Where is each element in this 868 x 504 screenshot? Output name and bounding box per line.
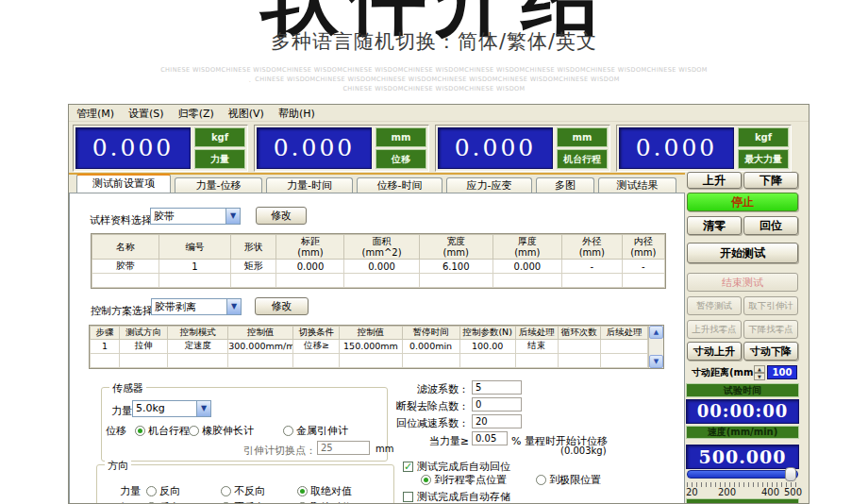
col-header: 控制参数(N) xyxy=(459,327,515,340)
radio-force-reverse[interactable]: 反向 xyxy=(146,484,180,498)
end-test-button[interactable]: 结束测试 xyxy=(687,273,798,292)
tab-multi-graph[interactable]: 多图 xyxy=(536,177,594,193)
col-header: 编号 xyxy=(159,235,230,260)
return-button[interactable]: 回位 xyxy=(743,216,798,235)
checkbox-auto-return[interactable]: 测试完成后自动回位 xyxy=(403,460,510,474)
tab-displacement-time[interactable]: 位移-时间 xyxy=(357,177,442,193)
radio-icon xyxy=(135,426,145,436)
chevron-down-icon: ▼ xyxy=(226,299,241,314)
break-remove-input[interactable]: 0 xyxy=(472,397,522,412)
radio-stroke-absolute[interactable]: 取绝对值 xyxy=(297,500,352,504)
menu-item-help[interactable]: 帮助(H) xyxy=(278,107,315,121)
radio-metal-extensometer[interactable]: 金属引伸计 xyxy=(283,424,348,438)
scheme-modify-button[interactable]: 修改 xyxy=(255,297,309,315)
return-decel-input[interactable]: 20 xyxy=(472,414,522,428)
checkbox-icon xyxy=(403,492,413,502)
max-force-label-badge: 最大力量 xyxy=(738,149,789,169)
menu-item-manage[interactable]: 管理(M) xyxy=(76,107,114,121)
display-max-force: 0.000 kgf 最大力量 xyxy=(616,125,792,172)
pause-test-button[interactable]: 暂停测试 xyxy=(687,296,742,315)
spinner-down-icon[interactable]: ▼ xyxy=(754,373,765,380)
tab-force-displacement[interactable]: 力量-位移 xyxy=(175,177,262,193)
stop-button[interactable]: 停止 xyxy=(687,193,798,211)
jog-down-button[interactable]: 寸动下降 xyxy=(743,342,798,361)
col-header: 名称 xyxy=(92,235,159,260)
menu-item-view[interactable]: 视图(V) xyxy=(228,107,264,121)
spinner-up-icon[interactable]: ▲ xyxy=(754,365,765,373)
col-header: 厚度 (mm) xyxy=(492,235,561,260)
scheme-select-value: 胶带剥离 xyxy=(152,299,226,314)
jog-up-button[interactable]: 寸动上升 xyxy=(687,342,742,361)
table-row[interactable]: 胶带 1 矩形 0.000 0.000 6.100 0.000 - - xyxy=(92,260,665,274)
menu-item-zero[interactable]: 归零(Z) xyxy=(178,107,214,121)
sample-select-combo[interactable]: 胶带 ▼ xyxy=(150,208,241,225)
radio-to-zero-position[interactable]: 到行程零点位置 xyxy=(421,473,507,487)
down-button[interactable]: 下降 xyxy=(743,172,798,189)
tab-strip: 测试前设置项 力量-位移 力量-时间 位移-时间 应力-应变 多图 测试结果 xyxy=(76,174,676,193)
col-header: 暂停时间 xyxy=(402,327,459,340)
tab-content: 试样资料选择 胶带 ▼ 修改 名称 编号 形状 标距 (mm) xyxy=(69,193,685,504)
up-find-zero-button[interactable]: 上升找零点 xyxy=(687,320,742,339)
scale-label: 200 xyxy=(718,487,736,497)
radio-stroke-no-reverse[interactable]: 不反向 xyxy=(221,500,265,504)
stroke-unit-badge: mm xyxy=(557,127,608,147)
chevron-down-icon: ▼ xyxy=(196,401,210,416)
radio-machine-stroke[interactable]: 机台行程 xyxy=(135,424,190,438)
table-row-empty xyxy=(91,353,648,367)
radio-icon xyxy=(189,426,199,436)
speed-header: 速度(mm/min) xyxy=(686,426,799,439)
col-header: 后续处理 xyxy=(600,327,647,340)
max-force-value: 0.000 xyxy=(619,127,734,169)
radio-to-limit-position[interactable]: 到极限位置 xyxy=(536,473,601,487)
radio-icon xyxy=(283,426,293,436)
sensor-force-combo[interactable]: 5.0kg ▼ xyxy=(132,400,211,417)
radio-icon xyxy=(221,486,231,496)
col-header: 形状 xyxy=(231,235,276,260)
sample-table-header-row: 名称 编号 形状 标距 (mm) 面积 (mm^2) 宽度 (mm) 厚度 (m… xyxy=(92,235,665,260)
tab-force-time[interactable]: 力量-时间 xyxy=(266,177,353,193)
slider-ruler xyxy=(687,482,798,487)
down-find-zero-button[interactable]: 下降找零点 xyxy=(743,320,798,339)
clear-button[interactable]: 清零 xyxy=(687,216,742,235)
start-test-button[interactable]: 开始测试 xyxy=(687,243,798,263)
table-row-empty xyxy=(92,274,665,288)
filter-input[interactable]: 5 xyxy=(472,380,522,395)
page-subtitle: 多种语言随机切换：简体/繁体/英文 xyxy=(0,28,868,55)
force-label-badge: 力量 xyxy=(194,149,245,169)
max-force-unit-badge: kgf xyxy=(738,127,789,147)
jog-distance-label: 寸动距离(mm) xyxy=(692,366,758,379)
watermark-line: CHINESE WISDOMCHINESE WISDOMCHINESE WISD… xyxy=(0,85,868,92)
radio-stroke-reverse[interactable]: 反向 xyxy=(146,500,180,504)
tab-stress-strain[interactable]: 应力-应变 xyxy=(446,177,532,193)
speed-slider-track[interactable] xyxy=(687,470,798,479)
radio-icon xyxy=(297,486,308,496)
watermark-line: 、CHINESE WISDOMCHINESE WISDOMCHINESE WIS… xyxy=(0,76,868,84)
sensor-force-value: 5.0kg xyxy=(133,401,196,416)
jog-distance-value[interactable]: 100 xyxy=(767,365,797,379)
tab-pretest-settings[interactable]: 测试前设置项 xyxy=(76,174,171,193)
scroll-down-icon[interactable]: ▼ xyxy=(649,355,663,368)
speed-slider-thumb[interactable] xyxy=(785,467,796,481)
table-scrollbar[interactable]: ▲ ▼ xyxy=(648,326,663,368)
sensor-disp-label: 位移 xyxy=(106,424,126,438)
display-force: 0.000 kgf 力量 xyxy=(73,125,248,172)
tab-test-result[interactable]: 测试结果 xyxy=(598,177,676,193)
checkbox-auto-save[interactable]: 测试完成后自动存储 xyxy=(403,490,510,504)
scheme-select-combo[interactable]: 胶带剥离 ▼ xyxy=(151,298,242,315)
sample-modify-button[interactable]: 修改 xyxy=(256,207,307,225)
displacement-label-badge: 位移 xyxy=(376,149,426,169)
radio-rubber-extensometer[interactable]: 橡胶伸长计 xyxy=(189,424,254,438)
table-row[interactable]: 1 拉伸 定速度 300.000mm/min 位移≥ 150.000mm 0.0… xyxy=(91,339,648,353)
col-header: 控制值 xyxy=(228,327,293,340)
radio-force-no-reverse[interactable]: 不反向 xyxy=(221,484,265,498)
up-button[interactable]: 上升 xyxy=(687,172,742,189)
display-displacement: 0.000 mm 位移 xyxy=(254,125,429,172)
col-header: 内径 (mm) xyxy=(622,235,664,260)
remove-extensometer-button[interactable]: 取下引伸计 xyxy=(743,296,798,315)
col-header: 外径 (mm) xyxy=(561,235,622,260)
menu-item-settings[interactable]: 设置(S) xyxy=(128,107,164,121)
jog-distance-spinner[interactable]: ▲ ▼ xyxy=(754,365,765,379)
threshold-input[interactable]: 0.05 xyxy=(472,431,508,445)
scroll-up-icon[interactable]: ▲ xyxy=(649,326,663,339)
radio-force-absolute[interactable]: 取绝对值 xyxy=(297,484,352,498)
